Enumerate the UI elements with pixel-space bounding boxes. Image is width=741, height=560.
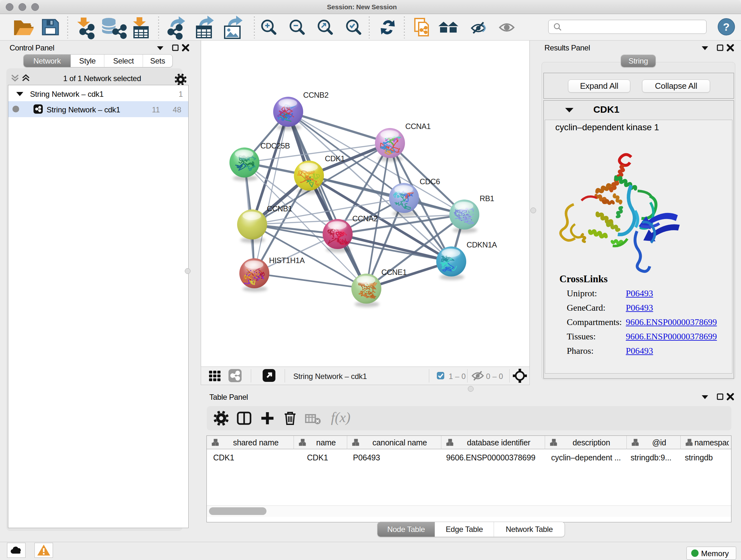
svg-text:CCNA1: CCNA1	[405, 122, 430, 131]
svg-text:RB1: RB1	[480, 194, 494, 203]
svg-text:CCNB1: CCNB1	[267, 204, 292, 213]
svg-text:CCNE1: CCNE1	[381, 268, 407, 276]
svg-text:CDKN1A: CDKN1A	[467, 240, 497, 249]
svg-text:CCNA2: CCNA2	[352, 214, 378, 223]
svg-text:CDK1: CDK1	[325, 154, 345, 163]
svg-text:CDC25B: CDC25B	[260, 141, 290, 150]
svg-text:CCNB2: CCNB2	[303, 91, 328, 99]
svg-text:HIST1H1A: HIST1H1A	[269, 256, 305, 265]
svg-text:CDC6: CDC6	[420, 177, 440, 186]
